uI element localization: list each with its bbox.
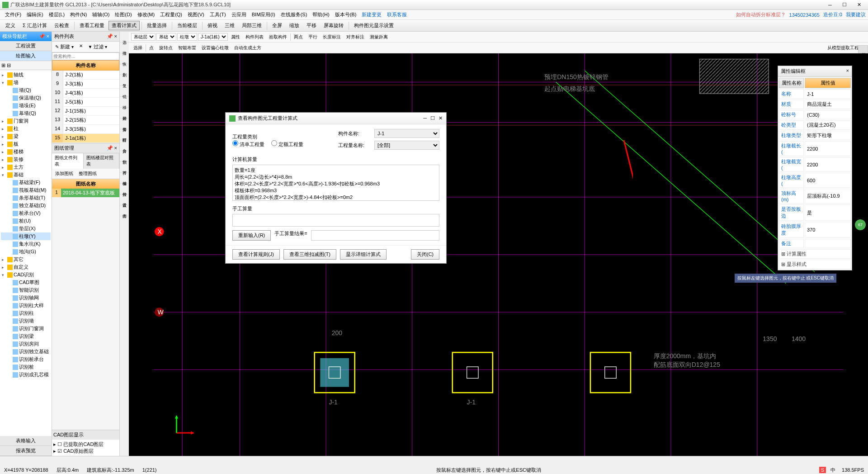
property-row[interactable]: 顶标高(m)层顶标高(-10.9 [779, 189, 851, 204]
tree-item[interactable]: ▸轴线 [1, 71, 51, 79]
contact-service-link[interactable]: 联系客服 [384, 10, 410, 19]
tree-item[interactable]: ▸门窗洞 [1, 117, 51, 125]
delete-component-button[interactable]: ✕ [77, 43, 85, 51]
vtb-del[interactable]: 删 [120, 64, 129, 75]
tree-item[interactable]: 桩承台(V) [1, 209, 51, 217]
menu-view[interactable]: 视图(V) [185, 10, 207, 19]
tree-item[interactable]: 柱墩(Y) [1, 232, 51, 240]
component-tree[interactable]: ▸轴线▾墙墙(Q)保温墙(Q)墙垛(E)幕墙(Q)▸门窗洞▸柱▸梁▸板▸楼梯▸装… [0, 70, 52, 436]
radio-quota-qty[interactable]: 定额工程量 [271, 140, 303, 148]
minimize-button[interactable]: ─ [823, 1, 837, 9]
length-dim-button[interactable]: 长度标注 [321, 33, 343, 41]
two-point-button[interactable]: 两点 [292, 33, 305, 41]
tree-item[interactable]: 幕墙(Q) [1, 109, 51, 117]
property-row[interactable]: 柱墩高度(600 [779, 173, 851, 188]
radio-list-qty[interactable]: 清单工程量 [232, 140, 264, 148]
cad-layer-extracted[interactable]: ▸ ☐ 已提取的CAD图层 [53, 441, 118, 448]
tree-item[interactable]: 保温墙(Q) [1, 94, 51, 102]
floor-combo[interactable]: 基础层 [131, 33, 156, 41]
tree-item[interactable]: ▸梁 [1, 133, 51, 140]
tree-item[interactable]: 地沟(G) [1, 248, 51, 256]
vtb-stretch[interactable]: 拉伸 [120, 184, 129, 194]
right-tab-1[interactable]: 属性 [858, 45, 868, 53]
3d-view-button[interactable]: 三维 [222, 21, 238, 30]
select-button[interactable]: 选择 [131, 44, 145, 52]
vtb-mirror[interactable]: 镜 [120, 86, 129, 97]
calc-result-textarea[interactable] [232, 165, 439, 201]
menu-floor[interactable]: 楼层(L) [46, 10, 67, 19]
property-row[interactable]: 柱墩类型矩形下柱墩 [779, 131, 851, 140]
tree-item[interactable]: ▸柱 [1, 125, 51, 133]
menu-edit[interactable]: 编辑(E) [24, 10, 46, 19]
draw-input-section[interactable]: 绘图输入 [0, 51, 52, 61]
tree-collapse-icon[interactable]: ⊟ [7, 62, 11, 68]
pick-comp-button[interactable]: 拾取构件 [267, 33, 289, 41]
top-view-button[interactable]: 俯视 [204, 21, 221, 30]
new-component-button[interactable]: ✎ 新建 ▾ [53, 43, 75, 51]
add-drawing-button[interactable]: 添加图纸 [53, 170, 75, 177]
help-question-link[interactable]: 如何自动拆分标准层？ [736, 11, 786, 18]
prop-calc-expand[interactable]: ⊞ 计算属性 [779, 249, 851, 259]
view-formula-button[interactable]: 查看计算式 [108, 21, 140, 30]
tree-item[interactable]: ▸板 [1, 140, 51, 148]
cad-layer-original[interactable]: ▸ ☑ CAD原始图层 [53, 448, 118, 455]
close-button[interactable]: ✕ [852, 1, 866, 9]
menu-file[interactable]: 文件(F) [2, 10, 24, 19]
reinput-button[interactable]: 重新输入(R) [232, 230, 271, 241]
project-settings-section[interactable]: 工程设置 [0, 41, 52, 51]
tree-expand-icon[interactable]: ⊞ [1, 62, 5, 68]
tree-item[interactable]: ▾墙 [1, 79, 51, 86]
smart-layout-button[interactable]: 智能布置 [176, 44, 198, 52]
tree-item[interactable]: 墙(Q) [1, 86, 51, 94]
vtb-move[interactable]: 移 [120, 97, 129, 108]
parallel-button[interactable]: 平行 [306, 33, 320, 41]
vtb-offset[interactable]: 偏移 [120, 173, 129, 184]
tree-item[interactable]: 智能识别 [1, 286, 51, 294]
tree-item[interactable]: 识别墙 [1, 317, 51, 325]
offset-pier-button[interactable]: 设置偏心柱墩 [199, 44, 231, 52]
comp-name-combo[interactable]: J-1 [374, 129, 439, 138]
vtb-align[interactable]: 对齐 [120, 162, 129, 173]
menu-component[interactable]: 构件(N) [67, 10, 90, 19]
view-3d-button[interactable]: 查看三维扣减图(T) [283, 249, 336, 260]
tree-item[interactable]: ▸其它 [1, 256, 51, 263]
property-row[interactable]: 砼标号(C30) [779, 110, 851, 119]
menu-draw[interactable]: 绘图(D) [112, 10, 134, 19]
tree-item[interactable]: 墙垛(E) [1, 102, 51, 109]
new-change-link[interactable]: 新建变更 [359, 10, 384, 19]
maximize-button[interactable]: ☐ [838, 1, 851, 9]
tree-item[interactable]: 集水坑(K) [1, 240, 51, 248]
tree-item[interactable]: 识别梁 [1, 332, 51, 340]
menu-axis[interactable]: 辅轴(O) [90, 10, 112, 19]
current-floor-button[interactable]: 当前楼层 [174, 21, 200, 30]
tree-item[interactable]: 识别柱大样 [1, 302, 51, 309]
tree-item[interactable]: ▸土方 [1, 163, 51, 171]
menu-tool[interactable]: 工具(T) [207, 10, 229, 19]
menu-help[interactable]: 帮助(H) [310, 10, 332, 19]
tree-item[interactable]: 识别桩 [1, 363, 51, 371]
comp-list-button[interactable]: 构件列表 [243, 33, 266, 41]
prop-display-expand[interactable]: ⊞ 显示样式 [779, 260, 851, 269]
fullscreen-button[interactable]: 全屏 [269, 21, 285, 30]
tree-item[interactable]: ▸装修 [1, 156, 51, 163]
tree-item[interactable]: 识别门窗洞 [1, 325, 51, 332]
tree-item[interactable]: 筏板基础(M) [1, 186, 51, 194]
tree-item[interactable]: 垫层(X) [1, 225, 51, 232]
category-combo[interactable]: 基础 [156, 33, 176, 41]
align-dim-button[interactable]: 对齐标注 [344, 33, 367, 41]
component-row[interactable]: 10J-4(1栋) [52, 89, 119, 98]
display-settings-button[interactable]: 构件图元显示设置 [351, 21, 397, 30]
type-combo[interactable]: 柱墩 [177, 33, 197, 41]
suggest-link[interactable]: 我要建议 [846, 11, 866, 18]
local-3d-button[interactable]: 局部三维 [239, 21, 265, 30]
component-row[interactable]: 15J-1a(1栋) [52, 134, 119, 143]
table-input-section[interactable]: 表格输入 [0, 436, 52, 446]
tree-item[interactable]: 识别轴网 [1, 294, 51, 302]
menu-version[interactable]: 版本号(B) [332, 10, 359, 19]
view-quantity-button[interactable]: 查看工程量 [76, 21, 108, 30]
tab-drawing-floors[interactable]: 图纸楼层对照表 [84, 153, 119, 169]
property-row[interactable]: 备注 [779, 239, 851, 248]
property-row[interactable]: 是否按板边是 [779, 204, 851, 221]
component-row[interactable]: 13J-2(15栋) [52, 116, 119, 125]
tree-item[interactable]: 识别房间 [1, 340, 51, 348]
